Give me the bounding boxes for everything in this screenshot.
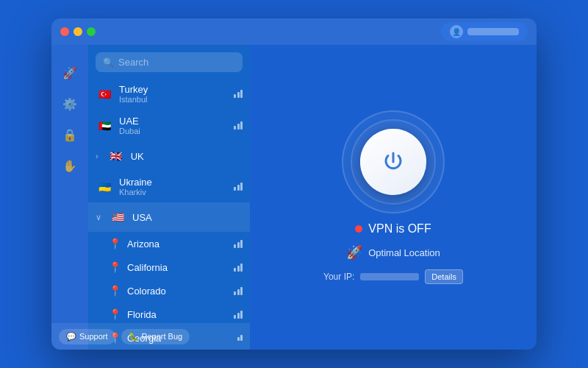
server-item-uk[interactable]: › 🇬🇧 UK <box>88 141 250 171</box>
ip-label: Your IP: <box>323 272 354 282</box>
pin-florida-icon: 📍 <box>109 308 121 320</box>
optimal-rocket-icon: 🚀 <box>346 244 362 261</box>
user-badge[interactable]: 👤 <box>441 22 528 41</box>
title-bar: 👤 <box>51 18 537 45</box>
server-list: 🔍 🇹🇷 Turkey Istanbul <box>88 45 250 350</box>
bug-icon: 🐛 <box>129 332 139 342</box>
city-name-arizona: Arizona <box>127 238 228 250</box>
server-item-ukraine[interactable]: 🇺🇦 Ukraine Kharkiv <box>88 171 250 202</box>
city-name-florida: Florida <box>127 309 228 320</box>
report-bug-button[interactable]: 🐛 Report Bug <box>121 329 190 344</box>
user-icon: 👤 <box>450 25 463 38</box>
search-icon: 🔍 <box>103 57 114 68</box>
server-item-turkey[interactable]: 🇹🇷 Turkey Istanbul <box>88 78 250 110</box>
pin-california-icon: 📍 <box>109 261 121 273</box>
server-item-usa[interactable]: ∨ 🇺🇸 USA <box>88 202 250 232</box>
city-item-colorado[interactable]: 📍 Colorado <box>88 279 250 302</box>
main-content: 🔍 🇹🇷 Turkey Istanbul <box>88 45 537 350</box>
sidebar-settings-icon[interactable]: ⚙️ <box>57 91 83 117</box>
server-city-ukraine: Kharkiv <box>119 188 228 197</box>
city-name-california: California <box>127 262 228 273</box>
server-city-turkey: Istanbul <box>119 95 228 104</box>
city-name-colorado: Colorado <box>127 286 228 297</box>
report-bug-label: Report Bug <box>142 332 183 341</box>
pin-colorado-icon: 📍 <box>109 285 121 297</box>
signal-california <box>234 263 243 272</box>
server-city-uae: Dubai <box>119 127 228 135</box>
optimal-location-label: Optimal Location <box>368 247 440 258</box>
city-item-arizona[interactable]: 📍 Arizona <box>88 232 250 255</box>
sidebar-hand-icon[interactable]: ✋ <box>57 152 83 179</box>
server-name-turkey: Turkey <box>119 84 228 95</box>
right-panel: VPN is OFF 🚀 Optimal Location Your IP: D… <box>250 45 537 350</box>
server-items: 🇹🇷 Turkey Istanbul 🇦🇪 UAE <box>88 78 250 350</box>
maximize-button[interactable] <box>87 27 96 36</box>
support-button[interactable]: 💬 Support <box>88 329 115 344</box>
search-input[interactable] <box>118 57 235 68</box>
bottom-bar: 💬 Support 🐛 Report Bug <box>88 323 250 350</box>
server-item-uae[interactable]: 🇦🇪 UAE Dubai <box>88 110 250 141</box>
server-name-usa: USA <box>132 212 243 223</box>
signal-ukraine <box>234 183 243 191</box>
power-icon <box>380 149 406 175</box>
signal-turkey <box>234 90 243 98</box>
city-item-california[interactable]: 📍 California <box>88 255 250 279</box>
user-name-blur <box>467 28 519 35</box>
support-label: Support <box>88 332 108 341</box>
signal-uae <box>234 121 243 130</box>
signal-florida <box>234 311 243 319</box>
vpn-status: VPN is OFF <box>355 222 431 236</box>
sidebar-lock-icon[interactable]: 🔒 <box>57 121 83 148</box>
server-name-uae: UAE <box>119 116 228 127</box>
ip-address-blur <box>360 273 419 280</box>
power-container <box>342 110 445 213</box>
close-button[interactable] <box>60 27 69 36</box>
signal-arizona <box>234 240 243 248</box>
flag-uk: 🇬🇧 <box>107 147 125 165</box>
sidebar-rocket-icon[interactable]: 🚀 <box>57 60 83 86</box>
minimize-button[interactable] <box>74 27 82 36</box>
traffic-lights <box>60 27 96 36</box>
details-button[interactable]: Details <box>425 269 463 284</box>
search-box[interactable]: 🔍 <box>96 52 243 72</box>
flag-uae: 🇦🇪 <box>96 117 113 135</box>
app-window: 👤 🚀 ⚙️ 🔒 ✋ 🔍 🇹🇷 Turkey Istanbul <box>51 18 537 350</box>
expand-uk-icon: › <box>96 152 98 160</box>
sidebar: 🚀 ⚙️ 🔒 ✋ <box>51 45 88 350</box>
flag-turkey: 🇹🇷 <box>96 85 113 103</box>
ip-row: Your IP: Details <box>323 269 463 284</box>
expand-usa-icon: ∨ <box>96 213 101 222</box>
status-dot-off <box>355 225 362 233</box>
server-name-ukraine: Ukraine <box>119 177 228 188</box>
optimal-location[interactable]: 🚀 Optimal Location <box>346 244 440 261</box>
flag-ukraine: 🇺🇦 <box>96 178 113 196</box>
server-name-uk: UK <box>131 151 243 162</box>
power-button[interactable] <box>360 129 426 195</box>
flag-usa: 🇺🇸 <box>109 208 126 226</box>
pin-arizona-icon: 📍 <box>109 238 121 250</box>
vpn-status-label: VPN is OFF <box>368 222 431 236</box>
signal-colorado <box>234 287 243 295</box>
